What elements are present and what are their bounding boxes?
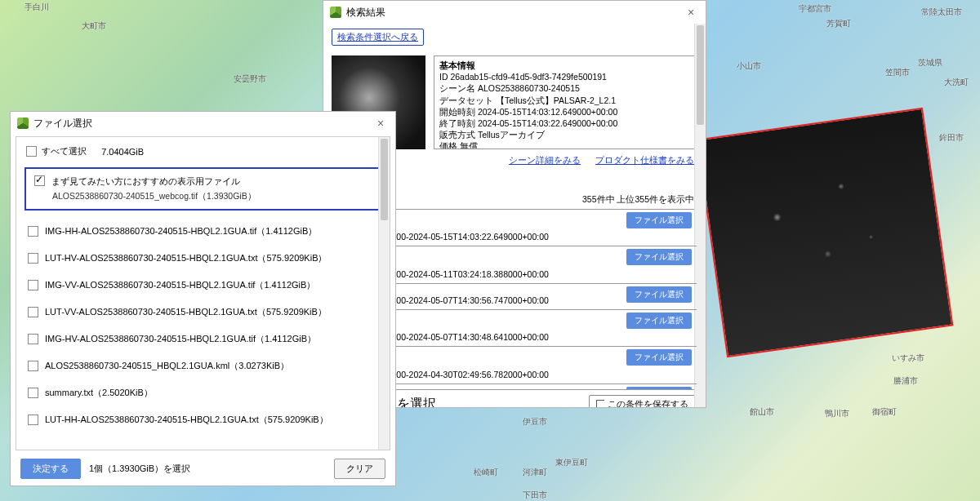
file-row[interactable]: IMG-HV-ALOS2538860730-240515-HBQL2.1GUA.…: [16, 333, 390, 345]
recommended-checkbox[interactable]: [34, 175, 45, 186]
file-select-button[interactable]: ファイル選択: [626, 313, 692, 329]
file-name: LUT-HH-ALOS2538860730-240515-HBQL2.1GUA.…: [45, 414, 328, 426]
file-name: IMG-HV-ALOS2538860730-240515-HBQL2.1GUA.…: [45, 333, 316, 345]
selection-summary: 1個（1.3930GiB）を選択: [89, 463, 190, 475]
file-select-window: ファイル選択 × すべて選択 7.0404GiB まず見てみたい方におすすめの表…: [10, 111, 396, 486]
file-checkbox[interactable]: [28, 361, 38, 371]
file-checkbox[interactable]: [28, 307, 38, 317]
file-name: ALOS2538860730-240515_HBQL2.1GUA.kml（3.0…: [45, 360, 289, 372]
close-icon[interactable]: ×: [683, 4, 699, 20]
file-list-pane[interactable]: すべて選択 7.0404GiB まず見てみたい方におすすめの表示用ファイル AL…: [16, 136, 390, 450]
map-label: 伊豆市: [523, 416, 547, 428]
info-line: データセット 【Tellus公式】PALSAR-2_L2.1: [439, 95, 692, 106]
scene-detail-link[interactable]: シーン詳細をみる: [509, 154, 581, 166]
file-row[interactable]: LUT-HV-ALOS2538860730-240515-HBQL2.1GUA.…: [16, 252, 390, 264]
recommended-file-box: まず見てみたい方におすすめの表示用ファイル ALOS2538860730-240…: [24, 167, 381, 211]
back-to-conditions-link[interactable]: 検索条件選択へ戻る: [332, 29, 424, 46]
map-label: 河津町: [523, 467, 547, 478]
recommended-filename: ALOS2538860730-240515_webcog.tif（1.3930G…: [52, 191, 372, 202]
map-label: 勝浦市: [893, 375, 918, 387]
total-size-label: 7.0404GiB: [101, 147, 144, 157]
bookmark-icon: [596, 400, 604, 408]
clear-button[interactable]: クリア: [334, 459, 385, 479]
map-label: 茨城県: [918, 57, 942, 69]
map-label: 松崎町: [474, 467, 498, 478]
info-line: シーン名 ALOS2538860730-240515: [439, 82, 692, 94]
file-checkbox[interactable]: [28, 253, 38, 264]
map-label: 笠間市: [885, 67, 910, 78]
file-select-button[interactable]: ファイル選択: [626, 249, 692, 265]
qgis-icon: [330, 7, 341, 18]
file-select-button[interactable]: ファイル選択: [626, 212, 692, 228]
file-row[interactable]: summary.txt（2.5020KiB）: [16, 387, 390, 399]
file-checkbox[interactable]: [28, 334, 38, 344]
scene-footprint-overlay[interactable]: [697, 108, 954, 357]
decide-button[interactable]: 決定する: [20, 459, 81, 479]
info-line: ID 26adab15-cfd9-41d5-9df3-7429fe500191: [439, 71, 692, 82]
file-name: IMG-VV-ALOS2538860730-240515-HBQL2.1GUA.…: [45, 279, 315, 291]
map-label: 大洗町: [944, 77, 969, 88]
scrollbar[interactable]: [378, 137, 390, 450]
file-row[interactable]: ALOS2538860730-240515_HBQL2.1GUA.kml（3.0…: [16, 360, 390, 372]
map-label: 小山市: [737, 60, 761, 72]
map-label: 大町市: [82, 20, 106, 32]
file-checkbox[interactable]: [28, 226, 38, 237]
close-icon[interactable]: ×: [372, 115, 389, 131]
map-label: 鉾田市: [939, 132, 964, 144]
file-name: IMG-HH-ALOS2538860730-240515-HBQL2.1GUA.…: [45, 225, 317, 237]
select-all-checkbox[interactable]: [26, 146, 37, 157]
map-label: 鴨川市: [825, 408, 849, 419]
file-checkbox[interactable]: [28, 415, 38, 425]
file-checkbox[interactable]: [28, 280, 38, 290]
window-title: 検索結果: [346, 6, 678, 20]
select-all-label: すべて選択: [42, 145, 87, 157]
map-label: 館山市: [750, 406, 774, 418]
file-row[interactable]: LUT-HH-ALOS2538860730-240515-HBQL2.1GUA.…: [16, 414, 390, 426]
qgis-icon: [17, 117, 29, 129]
file-name: LUT-HV-ALOS2538860730-240515-HBQL2.1GUA.…: [45, 252, 327, 264]
window-title: ファイル選択: [33, 117, 368, 131]
product-spec-link[interactable]: プロダクト仕様書をみる: [595, 154, 694, 166]
recommended-title: まず見てみたい方におすすめの表示用ファイル: [51, 175, 240, 188]
file-name: LUT-VV-ALOS2538860730-240515-HBQL2.1GUA.…: [45, 306, 327, 318]
info-line: 開始時刻 2024-05-15T14:03:12.649000+00:00: [439, 106, 692, 117]
map-label: いすみ市: [892, 352, 924, 364]
info-line: 販売方式 Tellusアーカイブ: [439, 129, 692, 140]
titlebar[interactable]: 検索結果 ×: [323, 1, 706, 24]
map-label: 手白川: [24, 2, 49, 13]
file-select-button[interactable]: ファイル選択: [626, 286, 692, 303]
info-line: 価格 無償: [439, 140, 692, 149]
map-label: 御宿町: [872, 406, 897, 418]
info-line: 終了時刻 2024-05-15T14:03:22.649000+00:00: [439, 117, 692, 129]
map-label: 常陸太田市: [921, 7, 962, 18]
file-row[interactable]: IMG-VV-ALOS2538860730-240515-HBQL2.1GUA.…: [16, 279, 390, 291]
map-label: 東伊豆町: [555, 457, 588, 468]
file-row[interactable]: LUT-VV-ALOS2538860730-240515-HBQL2.1GUA.…: [16, 306, 390, 318]
titlebar[interactable]: ファイル選択 ×: [11, 112, 395, 135]
save-conditions-button[interactable]: この条件を保存する: [589, 395, 696, 407]
map-label: 宇都宮市: [799, 3, 831, 15]
file-row[interactable]: IMG-HH-ALOS2538860730-240515-HBQL2.1GUA.…: [16, 225, 390, 237]
map-label: 下田市: [523, 490, 547, 501]
map-label: 芳賀町: [826, 18, 851, 29]
info-header: 基本情報: [439, 60, 692, 71]
file-checkbox[interactable]: [28, 388, 38, 398]
file-select-button[interactable]: ファイル選択: [626, 349, 692, 366]
scene-info-box[interactable]: 基本情報 ID 26adab15-cfd9-41d5-9df3-7429fe50…: [434, 55, 697, 149]
map-label: 安曇野市: [234, 73, 266, 85]
file-name: summary.txt（2.5020KiB）: [45, 387, 153, 399]
